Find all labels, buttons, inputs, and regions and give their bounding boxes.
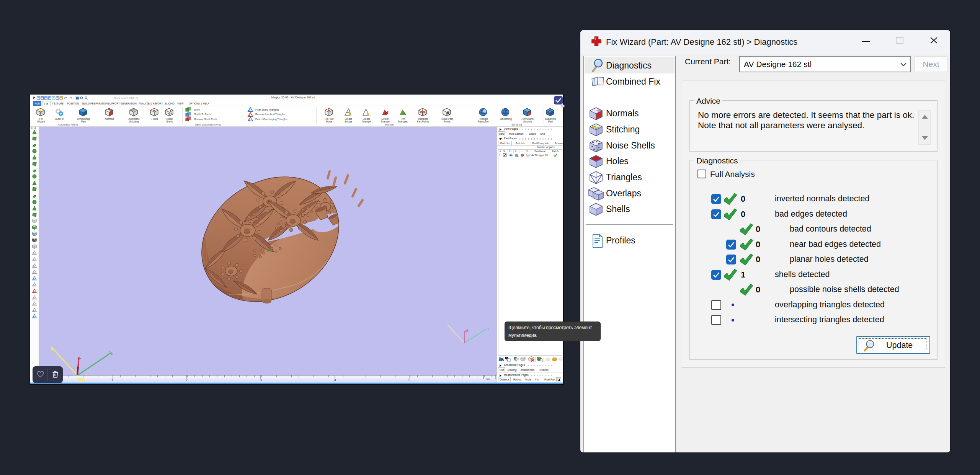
svg-text:x: x <box>109 349 111 353</box>
svg-text:x: x <box>487 327 489 331</box>
svg-text:z: z <box>79 357 81 361</box>
